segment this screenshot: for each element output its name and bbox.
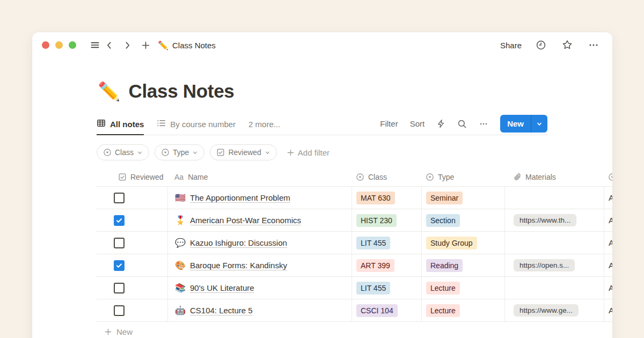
row-title-link[interactable]: The Apportionment Problem <box>190 193 290 202</box>
type-cell[interactable]: Lecture <box>421 277 504 299</box>
view-toolbar: All notesBy course number2 more... Filte… <box>97 115 547 135</box>
row-title-link[interactable]: American Post-War Economics <box>190 216 301 225</box>
row-title-link[interactable]: CS104: Lecture 5 <box>190 306 253 315</box>
checkbox-unchecked[interactable] <box>114 238 125 248</box>
new-dropdown-chevron-icon[interactable] <box>531 115 547 133</box>
view-tab-more-views[interactable]: 2 more... <box>248 115 280 135</box>
type-cell[interactable]: Lecture <box>421 299 504 321</box>
column-header-name[interactable]: AaName <box>167 168 352 186</box>
new-button-group: New <box>500 115 547 133</box>
close-traffic-light[interactable] <box>42 41 49 49</box>
column-header-materials[interactable]: Materials <box>504 168 604 186</box>
clipped-cell: A <box>604 299 612 321</box>
row-emoji-icon: 📚 <box>175 284 186 292</box>
view-tabs: All notesBy course number2 more... <box>97 115 280 135</box>
materials-cell[interactable] <box>504 187 604 209</box>
column-header-label: Type <box>438 173 454 181</box>
view-tab-all-notes[interactable]: All notes <box>97 115 144 135</box>
materials-url-pill[interactable]: https://www.ge... <box>514 304 579 317</box>
new-row-button[interactable]: New <box>97 322 612 336</box>
materials-cell[interactable]: https://www.th... <box>504 209 604 231</box>
materials-url-pill[interactable]: https://open.s... <box>514 259 575 271</box>
search-icon[interactable] <box>457 119 467 129</box>
type-cell[interactable]: Seminar <box>421 187 504 209</box>
clipped-cell: A <box>604 277 612 299</box>
filter-chip-class[interactable]: Class <box>97 144 149 160</box>
type-cell[interactable]: Section <box>421 209 504 231</box>
filter-bar: ClassTypeReviewed Add filter <box>97 144 612 160</box>
zoom-traffic-light[interactable] <box>69 41 76 49</box>
select-icon <box>161 148 170 157</box>
column-header-label: Class <box>368 173 387 181</box>
class-cell[interactable]: CSCI 104 <box>352 299 421 321</box>
new-page-plus-icon[interactable] <box>138 38 152 52</box>
row-emoji-icon: 🇺🇸 <box>175 194 186 202</box>
materials-cell[interactable]: https://www.ge... <box>504 299 604 321</box>
class-cell[interactable]: HIST 230 <box>352 209 421 231</box>
nav-forward-icon[interactable] <box>120 38 134 52</box>
page-emoji-icon: ✏️ <box>158 40 169 50</box>
checkbox-checked[interactable] <box>114 215 125 226</box>
table-row: 📚90's UK LiteratureLIT 455LectureA <box>97 277 612 299</box>
checkbox-unchecked[interactable] <box>114 305 125 316</box>
hamburger-menu-icon[interactable] <box>88 38 102 52</box>
table-header-row: ReviewedAaNameClassTypeMaterials <box>97 168 612 187</box>
more-options-icon[interactable] <box>587 38 601 52</box>
column-header-label: Reviewed <box>130 173 163 181</box>
automation-lightning-icon[interactable] <box>436 119 445 128</box>
materials-url-pill[interactable]: https://www.th... <box>514 214 576 226</box>
checkbox-unchecked[interactable] <box>114 193 125 203</box>
checkbox-unchecked[interactable] <box>114 283 125 293</box>
row-emoji-icon: 🤖 <box>175 306 186 315</box>
page-title-emoji-icon[interactable]: ✏️ <box>98 82 120 100</box>
type-cell[interactable]: Reading <box>421 254 504 276</box>
class-cell[interactable]: LIT 455 <box>352 277 421 299</box>
column-header-type[interactable]: Type <box>421 168 504 186</box>
filter-chip-type[interactable]: Type <box>155 144 204 160</box>
column-header-reviewed[interactable]: Reviewed <box>97 168 167 186</box>
share-button[interactable]: Share <box>500 41 522 50</box>
reviewed-cell <box>97 299 167 321</box>
row-emoji-icon: 🎨 <box>175 261 186 270</box>
class-tag: LIT 455 <box>356 237 390 249</box>
class-cell[interactable]: MAT 630 <box>352 187 421 209</box>
minimize-traffic-light[interactable] <box>55 41 63 49</box>
type-cell[interactable]: Study Group <box>421 232 504 254</box>
filter-chip-label: Class <box>115 148 134 157</box>
column-header-label: Materials <box>525 173 556 181</box>
new-button[interactable]: New <box>500 115 531 133</box>
favorite-star-icon[interactable] <box>560 38 574 52</box>
table-row: 🎖️American Post-War EconomicsHIST 230Sec… <box>97 209 612 232</box>
row-title-link[interactable]: 90's UK Literature <box>190 283 254 292</box>
select-icon <box>356 173 364 181</box>
table-row: 🇺🇸The Apportionment ProblemMAT 630Semina… <box>97 187 612 209</box>
column-header-class[interactable]: Class <box>352 168 421 186</box>
breadcrumb[interactable]: ✏️ Class Notes <box>158 40 216 50</box>
history-clock-icon[interactable] <box>534 38 548 52</box>
filter-button[interactable]: Filter <box>380 119 398 128</box>
page-title: Class Notes <box>128 80 234 102</box>
type-tag: Study Group <box>426 237 477 249</box>
titlebar: ✏️ Class Notes Share <box>32 32 612 58</box>
materials-cell[interactable]: https://open.s... <box>504 254 604 276</box>
class-tag: CSCI 104 <box>356 304 398 317</box>
table-row: 💬Kazuo Ishiguro: DiscussionLIT 455Study … <box>97 232 612 254</box>
nav-back-icon[interactable] <box>102 38 116 52</box>
column-header-extra[interactable] <box>604 168 612 186</box>
filter-chip-label: Reviewed <box>228 148 261 157</box>
class-cell[interactable]: LIT 455 <box>352 232 421 254</box>
add-filter-button[interactable]: Add filter <box>287 148 330 157</box>
traffic-lights <box>42 41 76 49</box>
materials-cell[interactable] <box>504 232 604 254</box>
row-title-link[interactable]: Kazuo Ishiguro: Discussion <box>190 238 287 247</box>
row-title-link[interactable]: Baroque Forms: Kandinsky <box>190 261 287 270</box>
filter-chip-reviewed[interactable]: Reviewed <box>210 144 276 160</box>
class-cell[interactable]: ART 399 <box>352 254 421 276</box>
name-cell: 🤖CS104: Lecture 5 <box>167 299 352 321</box>
sort-button[interactable]: Sort <box>410 119 425 128</box>
checkbox-checked[interactable] <box>114 260 125 271</box>
view-options-ellipsis-icon[interactable] <box>479 119 488 129</box>
view-tab-by-course-number[interactable]: By course number <box>157 115 236 135</box>
select-icon <box>103 148 112 157</box>
materials-cell[interactable] <box>504 277 604 299</box>
